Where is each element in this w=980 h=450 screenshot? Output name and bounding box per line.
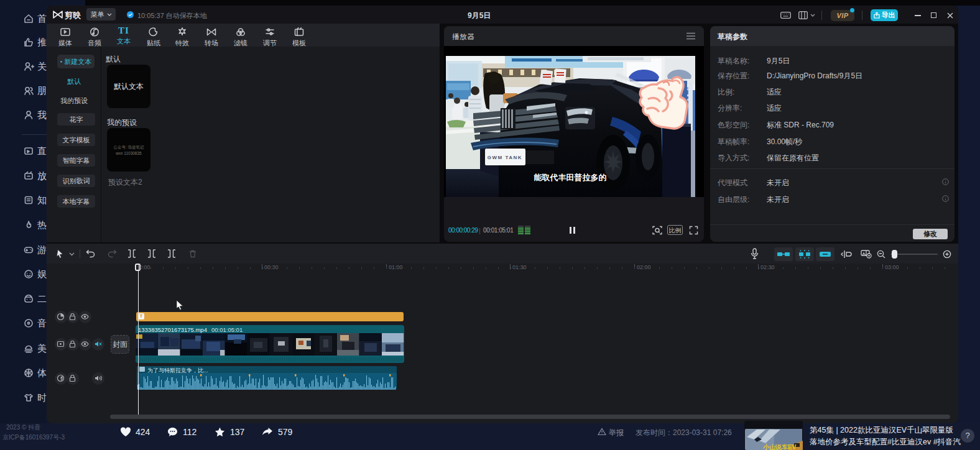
svg-text:GWM TANK: GWM TANK xyxy=(488,155,522,160)
svg-text:能取代丰田普拉多的: 能取代丰田普拉多的 xyxy=(534,173,607,182)
svg-text:小山说车EV: 小山说车EV xyxy=(762,444,797,450)
